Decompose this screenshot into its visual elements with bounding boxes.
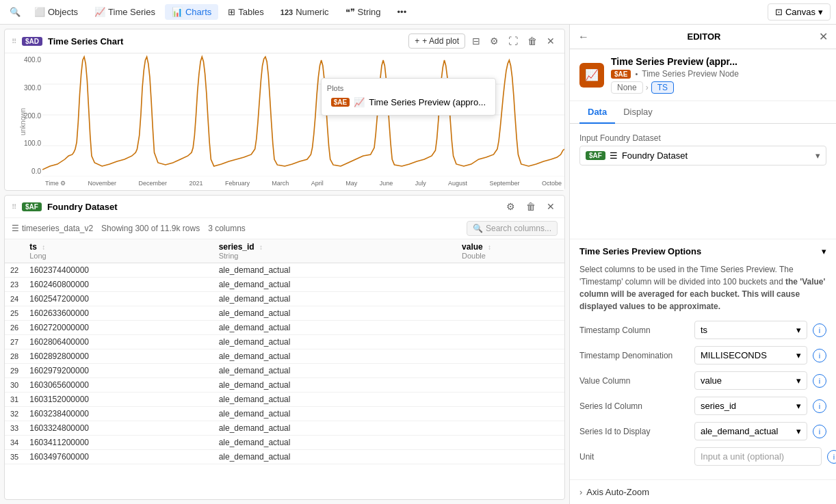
dataset-chevron-down-icon: ▾ — [815, 150, 820, 161]
field-row-series-id: Series Id Column series_id ▾ i — [579, 397, 826, 415]
table-delete-button[interactable]: 🗑 — [523, 200, 538, 213]
cell-series-id: ale_demand_actual — [213, 278, 456, 292]
search-columns-placeholder: Search columns... — [486, 224, 551, 233]
tables-icon: ⊞ — [228, 7, 235, 17]
x-label-sep: September — [490, 180, 520, 187]
row-count: Showing 300 of 11.9k rows — [101, 224, 200, 233]
editor-content: Input Foundry Dataset $AF ☰ Foundry Data… — [570, 124, 836, 239]
cell-value — [456, 321, 564, 335]
field-select-series-display[interactable]: ale_demand_actual ▾ — [694, 422, 807, 440]
plots-label: Plots — [327, 84, 490, 92]
nav-label-numeric: Numeric — [296, 7, 328, 17]
nav-canvas-button[interactable]: ⊡ Canvas ▾ — [768, 3, 831, 21]
field-select-value[interactable]: value ▾ — [694, 371, 807, 390]
cell-ts: 1603238400000 — [24, 407, 213, 421]
field-input-unit[interactable] — [694, 447, 822, 466]
nav-item-tables[interactable]: ⊞ Tables — [221, 4, 271, 20]
field-row-series-display: Series Id to Display ale_demand_actual ▾… — [579, 422, 826, 440]
cell-ts: 1603065600000 — [24, 378, 213, 393]
canvas-icon: ⊡ — [775, 7, 783, 17]
field-value-timestamp: ts — [701, 325, 794, 335]
nav-item-objects[interactable]: ⬜ Objects — [27, 4, 85, 20]
th-ts[interactable]: ts ↕ Long — [24, 239, 213, 263]
table-settings-button[interactable]: ⚙ — [504, 200, 518, 213]
search-columns-input[interactable]: 🔍 Search columns... — [467, 221, 558, 236]
left-panel: ⠿ $AD Time Series Chart + + Add plot ⊟ ⚙… — [0, 25, 569, 504]
timestamp-chevron-down-icon: ▾ — [796, 325, 801, 335]
axis-zoom-icon: › — [579, 487, 582, 497]
chart-body: 400.0 300.0 200.0 100.0 0.0 unknown — [5, 53, 564, 190]
cell-rownum: 34 — [5, 436, 24, 450]
add-plot-button[interactable]: + + Add plot — [408, 34, 465, 49]
add-plot-label: + Add plot — [422, 36, 459, 46]
chart-drag-handle[interactable]: ⠿ — [12, 38, 16, 45]
dataset-select[interactable]: $AF ☰ Foundry Dataset ▾ — [579, 146, 826, 165]
th-series-id[interactable]: series_id ↕ String — [213, 239, 456, 263]
info-button-denomination[interactable]: i — [813, 349, 826, 362]
info-button-unit[interactable]: i — [827, 450, 836, 464]
field-select-timestamp[interactable]: ts ▾ — [694, 321, 807, 339]
chart-link-button[interactable]: ⛶ — [506, 34, 521, 48]
table-row: 26 1602720000000 ale_demand_actual — [5, 321, 564, 335]
field-select-series-id[interactable]: series_id ▾ — [694, 397, 807, 415]
input-dataset-label: Input Foundry Dataset — [579, 133, 826, 143]
field-label-series-id: Series Id Column — [579, 401, 689, 411]
chart-delete-button[interactable]: 🗑 — [525, 34, 540, 48]
chart-close-button[interactable]: ✕ — [544, 34, 558, 48]
nav-item-numeric[interactable]: 123 Numeric — [274, 4, 336, 20]
table-row: 25 1602633600000 ale_demand_actual — [5, 306, 564, 321]
nav-label-canvas: Canvas — [785, 7, 815, 17]
info-button-timestamp[interactable]: i — [813, 323, 826, 337]
breadcrumb-ts[interactable]: TS — [651, 81, 674, 94]
tab-display[interactable]: Display — [615, 101, 661, 124]
axis-auto-zoom[interactable]: › Axis Auto-Zoom — [570, 479, 836, 504]
nav-item-charts[interactable]: 📊 Charts — [165, 4, 218, 20]
plot-item[interactable]: $AE 📈 Time Series Preview (appro... — [327, 95, 490, 109]
search-icon: 🔍 — [473, 224, 483, 233]
chart-node-badge: $AD — [22, 37, 42, 46]
y-value-2: 100.0 — [5, 140, 41, 147]
cell-series-id: ale_demand_actual — [213, 263, 456, 278]
nav-item-more[interactable]: ••• — [391, 4, 414, 20]
cell-series-id: ale_demand_actual — [213, 364, 456, 378]
info-button-value[interactable]: i — [813, 374, 826, 388]
chart-layout-button[interactable]: ⊟ — [469, 34, 483, 48]
cell-ts: 1602892800000 — [24, 349, 213, 364]
nav-label-objects: Objects — [48, 7, 78, 17]
nav-item-string[interactable]: ❝❞ String — [339, 4, 388, 20]
nav-label-charts: Charts — [185, 7, 211, 17]
breadcrumb-none[interactable]: None — [611, 81, 643, 94]
objects-icon: ⬜ — [34, 7, 45, 17]
options-header[interactable]: Time Series Preview Options ▾ — [570, 239, 836, 263]
cell-ts: 1602374400000 — [24, 263, 213, 278]
tab-data[interactable]: Data — [579, 101, 615, 124]
cell-ts: 1602806400000 — [24, 335, 213, 349]
cell-rownum: 32 — [5, 407, 24, 421]
chart-settings-button[interactable]: ⚙ — [487, 34, 501, 48]
cell-value — [456, 292, 564, 306]
info-button-series-id[interactable]: i — [813, 399, 826, 413]
info-button-series-display[interactable]: i — [813, 425, 826, 438]
field-select-denomination[interactable]: MILLISECONDS ▾ — [694, 346, 807, 364]
y-axis-label: unknown — [19, 108, 27, 135]
table-row: 24 1602547200000 ale_demand_actual — [5, 292, 564, 306]
table-close-button[interactable]: ✕ — [544, 200, 558, 213]
editor-back-button[interactable]: ← — [578, 31, 589, 43]
main-layout: ⠿ $AD Time Series Chart + + Add plot ⊟ ⚙… — [0, 25, 836, 504]
table-header-row: ts ↕ Long series_id ↕ String value — [5, 239, 564, 263]
options-body: Select columns to be used in the Time Se… — [570, 263, 836, 479]
nav-item-timeseries[interactable]: 📈 Time Series — [88, 4, 162, 20]
cell-ts: 1603411200000 — [24, 436, 213, 450]
cell-value — [456, 263, 564, 278]
table-section: ⠿ $AF Foundry Dataset ⚙ 🗑 ✕ ☰ timeseries… — [4, 195, 565, 500]
table-row: 35 1603497600000 ale_demand_actual — [5, 450, 564, 464]
search-button[interactable]: 🔍 — [5, 3, 25, 22]
nav-label-tables: Tables — [238, 7, 264, 17]
field-label-denomination: Timestamp Denomination — [579, 351, 689, 360]
th-rownum — [5, 239, 24, 263]
th-value[interactable]: value ↕ Double — [456, 239, 564, 263]
table-drag-handle[interactable]: ⠿ — [12, 203, 16, 211]
editor-close-button[interactable]: ✕ — [819, 30, 828, 43]
right-panel: ← EDITOR ✕ 📈 Time Series Preview (appr..… — [569, 25, 836, 504]
options-chevron-up-icon: ▾ — [822, 246, 826, 256]
